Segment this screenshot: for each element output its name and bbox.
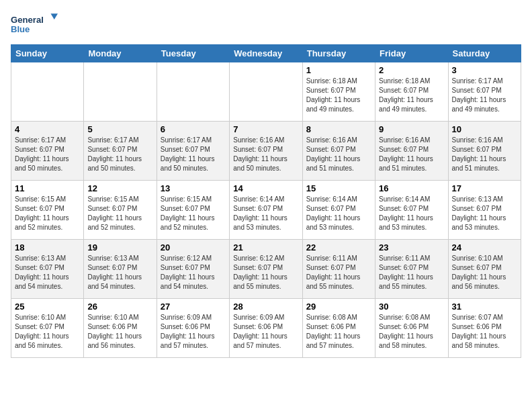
day-number: 28: [233, 302, 298, 312]
day-info: Sunrise: 6:09 AM Sunset: 6:06 PM Dayligh…: [233, 313, 298, 351]
calendar-cell: 14Sunrise: 6:14 AM Sunset: 6:07 PM Dayli…: [230, 181, 302, 240]
day-info: Sunrise: 6:15 AM Sunset: 6:07 PM Dayligh…: [15, 195, 80, 232]
day-info: Sunrise: 6:11 AM Sunset: 6:07 PM Dayligh…: [306, 254, 371, 291]
day-info: Sunrise: 6:09 AM Sunset: 6:06 PM Dayligh…: [161, 313, 226, 351]
page-header: General Blue: [11, 11, 521, 38]
calendar-table: SundayMondayTuesdayWednesdayThursdayFrid…: [11, 44, 521, 358]
day-info: Sunrise: 6:17 AM Sunset: 6:07 PM Dayligh…: [15, 136, 80, 173]
day-number: 8: [306, 124, 371, 134]
calendar-cell: 10Sunrise: 6:16 AM Sunset: 6:07 PM Dayli…: [448, 122, 521, 181]
svg-marker-2: [51, 13, 58, 19]
weekday-header-saturday: Saturday: [448, 45, 521, 62]
day-number: 16: [379, 183, 444, 193]
day-number: 1: [306, 65, 371, 75]
day-number: 20: [161, 242, 226, 253]
weekday-header-sunday: Sunday: [11, 45, 84, 62]
calendar-header: SundayMondayTuesdayWednesdayThursdayFrid…: [11, 45, 521, 62]
calendar-cell: 16Sunrise: 6:14 AM Sunset: 6:07 PM Dayli…: [375, 181, 448, 240]
day-number: 25: [15, 302, 80, 312]
day-number: 10: [452, 124, 517, 134]
day-info: Sunrise: 6:14 AM Sunset: 6:07 PM Dayligh…: [379, 195, 444, 232]
calendar-cell: 4Sunrise: 6:17 AM Sunset: 6:07 PM Daylig…: [11, 122, 84, 181]
day-info: Sunrise: 6:13 AM Sunset: 6:07 PM Dayligh…: [452, 195, 517, 232]
calendar-cell: 25Sunrise: 6:10 AM Sunset: 6:07 PM Dayli…: [11, 299, 84, 358]
calendar-cell: 8Sunrise: 6:16 AM Sunset: 6:07 PM Daylig…: [302, 122, 375, 181]
logo-svg: General Blue: [11, 11, 58, 38]
calendar-cell: [230, 62, 302, 122]
day-number: 9: [379, 124, 444, 134]
day-number: 24: [452, 242, 517, 253]
day-info: Sunrise: 6:17 AM Sunset: 6:07 PM Dayligh…: [452, 77, 517, 114]
day-info: Sunrise: 6:18 AM Sunset: 6:07 PM Dayligh…: [379, 77, 444, 114]
calendar-cell: 2Sunrise: 6:18 AM Sunset: 6:07 PM Daylig…: [375, 62, 448, 122]
calendar-cell: 11Sunrise: 6:15 AM Sunset: 6:07 PM Dayli…: [11, 181, 84, 240]
day-info: Sunrise: 6:12 AM Sunset: 6:07 PM Dayligh…: [161, 254, 226, 291]
calendar-cell: 19Sunrise: 6:13 AM Sunset: 6:07 PM Dayli…: [84, 240, 157, 299]
day-info: Sunrise: 6:17 AM Sunset: 6:07 PM Dayligh…: [87, 136, 152, 173]
day-info: Sunrise: 6:08 AM Sunset: 6:06 PM Dayligh…: [379, 313, 444, 351]
day-number: 7: [233, 124, 298, 134]
calendar-cell: 3Sunrise: 6:17 AM Sunset: 6:07 PM Daylig…: [448, 62, 521, 122]
day-number: 29: [306, 302, 371, 312]
calendar-cell: 15Sunrise: 6:14 AM Sunset: 6:07 PM Dayli…: [302, 181, 375, 240]
day-number: 18: [15, 242, 80, 253]
week-row-4: 18Sunrise: 6:13 AM Sunset: 6:07 PM Dayli…: [11, 240, 521, 299]
weekday-header-monday: Monday: [84, 45, 157, 62]
day-info: Sunrise: 6:13 AM Sunset: 6:07 PM Dayligh…: [15, 254, 80, 291]
day-number: 15: [306, 183, 371, 193]
day-number: 2: [379, 65, 444, 75]
day-number: 11: [15, 183, 80, 193]
calendar-cell: 17Sunrise: 6:13 AM Sunset: 6:07 PM Dayli…: [448, 181, 521, 240]
day-number: 31: [452, 302, 517, 312]
svg-text:Blue: Blue: [11, 24, 30, 34]
day-info: Sunrise: 6:13 AM Sunset: 6:07 PM Dayligh…: [87, 254, 152, 291]
day-number: 30: [379, 302, 444, 312]
week-row-5: 25Sunrise: 6:10 AM Sunset: 6:07 PM Dayli…: [11, 299, 521, 358]
day-info: Sunrise: 6:15 AM Sunset: 6:07 PM Dayligh…: [161, 195, 226, 232]
week-row-3: 11Sunrise: 6:15 AM Sunset: 6:07 PM Dayli…: [11, 181, 521, 240]
calendar-cell: [84, 62, 157, 122]
day-number: 17: [452, 183, 517, 193]
day-number: 27: [161, 302, 226, 312]
calendar-cell: 29Sunrise: 6:08 AM Sunset: 6:06 PM Dayli…: [302, 299, 375, 358]
day-info: Sunrise: 6:16 AM Sunset: 6:07 PM Dayligh…: [233, 136, 298, 173]
calendar-cell: 28Sunrise: 6:09 AM Sunset: 6:06 PM Dayli…: [230, 299, 302, 358]
day-number: 3: [452, 65, 517, 75]
week-row-1: 1Sunrise: 6:18 AM Sunset: 6:07 PM Daylig…: [11, 62, 521, 122]
calendar-cell: 26Sunrise: 6:10 AM Sunset: 6:06 PM Dayli…: [84, 299, 157, 358]
day-number: 4: [15, 124, 80, 134]
day-info: Sunrise: 6:16 AM Sunset: 6:07 PM Dayligh…: [452, 136, 517, 173]
calendar-cell: 23Sunrise: 6:11 AM Sunset: 6:07 PM Dayli…: [375, 240, 448, 299]
calendar-cell: 31Sunrise: 6:07 AM Sunset: 6:06 PM Dayli…: [448, 299, 521, 358]
calendar-cell: [11, 62, 84, 122]
calendar-cell: 6Sunrise: 6:17 AM Sunset: 6:07 PM Daylig…: [157, 122, 229, 181]
calendar-cell: 7Sunrise: 6:16 AM Sunset: 6:07 PM Daylig…: [230, 122, 302, 181]
calendar-cell: 18Sunrise: 6:13 AM Sunset: 6:07 PM Dayli…: [11, 240, 84, 299]
day-info: Sunrise: 6:08 AM Sunset: 6:06 PM Dayligh…: [306, 313, 371, 351]
weekday-header-row: SundayMondayTuesdayWednesdayThursdayFrid…: [11, 45, 521, 62]
day-number: 26: [87, 302, 152, 312]
weekday-header-wednesday: Wednesday: [230, 45, 302, 62]
day-number: 5: [87, 124, 152, 134]
day-info: Sunrise: 6:17 AM Sunset: 6:07 PM Dayligh…: [161, 136, 226, 173]
calendar-cell: [157, 62, 229, 122]
calendar-cell: 20Sunrise: 6:12 AM Sunset: 6:07 PM Dayli…: [157, 240, 229, 299]
calendar-cell: 12Sunrise: 6:15 AM Sunset: 6:07 PM Dayli…: [84, 181, 157, 240]
calendar-cell: 22Sunrise: 6:11 AM Sunset: 6:07 PM Dayli…: [302, 240, 375, 299]
day-info: Sunrise: 6:16 AM Sunset: 6:07 PM Dayligh…: [306, 136, 371, 173]
weekday-header-friday: Friday: [375, 45, 448, 62]
day-info: Sunrise: 6:16 AM Sunset: 6:07 PM Dayligh…: [379, 136, 444, 173]
svg-text:General: General: [11, 15, 44, 25]
day-info: Sunrise: 6:07 AM Sunset: 6:06 PM Dayligh…: [452, 313, 517, 351]
calendar-cell: 30Sunrise: 6:08 AM Sunset: 6:06 PM Dayli…: [375, 299, 448, 358]
day-number: 12: [87, 183, 152, 193]
day-info: Sunrise: 6:14 AM Sunset: 6:07 PM Dayligh…: [306, 195, 371, 232]
calendar-cell: 9Sunrise: 6:16 AM Sunset: 6:07 PM Daylig…: [375, 122, 448, 181]
calendar-cell: 27Sunrise: 6:09 AM Sunset: 6:06 PM Dayli…: [157, 299, 229, 358]
day-info: Sunrise: 6:18 AM Sunset: 6:07 PM Dayligh…: [306, 77, 371, 114]
calendar-cell: 5Sunrise: 6:17 AM Sunset: 6:07 PM Daylig…: [84, 122, 157, 181]
day-info: Sunrise: 6:11 AM Sunset: 6:07 PM Dayligh…: [379, 254, 444, 291]
day-number: 22: [306, 242, 371, 253]
day-number: 6: [161, 124, 226, 134]
calendar-cell: 13Sunrise: 6:15 AM Sunset: 6:07 PM Dayli…: [157, 181, 229, 240]
